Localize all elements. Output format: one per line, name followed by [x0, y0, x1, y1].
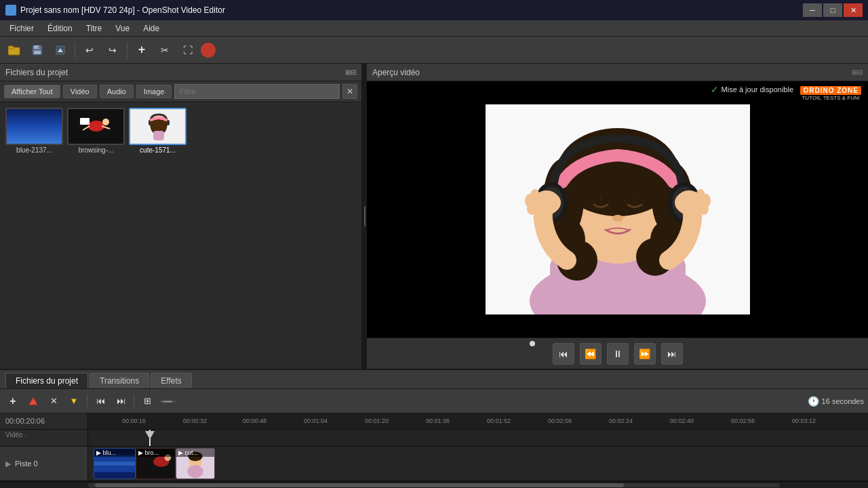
menu-aide[interactable]: Aide [136, 22, 166, 35]
menu-fichier[interactable]: Fichier [3, 22, 41, 35]
media-item-cute[interactable]: cute-1571... [129, 108, 186, 154]
playhead-area[interactable] [88, 430, 868, 446]
video-controls: ⏮ ⏪ ⏸ ⏩ ⏭ [367, 338, 868, 369]
track-expand-icon[interactable]: ▶ [5, 460, 11, 468]
filter-tab-image[interactable]: Image [136, 85, 172, 98]
watermark: ORDINO ZONE TUTOS, TESTS & FUN! [796, 84, 865, 103]
media-label-blue: blue-2137... [16, 146, 52, 154]
fast-forward-button[interactable]: ⏩ [634, 343, 656, 365]
timemark-5: 00:01:36 [426, 418, 450, 424]
toolbar-separator-2 [127, 42, 127, 58]
tl-add-button[interactable]: + [4, 393, 22, 409]
right-panel: Aperçu vidéo ⊞⊟ ✓ Mise à jour disponible… [367, 64, 868, 369]
right-panel-title: Aperçu vidéo [372, 68, 420, 77]
thumb-cute-visual [130, 109, 185, 144]
goto-start-button[interactable]: ⏮ [553, 343, 574, 365]
media-item-browsing[interactable]: browsing-... [67, 108, 125, 154]
panel-pin-icon: ⊞⊟ [345, 68, 356, 76]
zoom-control: 🕐 16 secondes [808, 396, 864, 407]
tab-effets[interactable]: Effets [151, 373, 191, 388]
clip-blue[interactable]: ▶ blu... [94, 448, 136, 479]
media-thumb-cute [129, 108, 186, 145]
maximize-button[interactable]: □ [823, 3, 842, 17]
timeline-content: 00:00:20:06 00:00:16 00:00:32 00:00:48 0… [0, 413, 868, 481]
redo-button[interactable]: ↪ [102, 41, 123, 60]
video-track-stub: Vidéo . [0, 431, 32, 439]
tab-fichiers-projet[interactable]: Fichiers du projet [5, 373, 88, 388]
thumb-blue-visual [7, 109, 62, 144]
video-content [441, 104, 794, 314]
update-banner: ✓ Mise à jour disponible [711, 84, 793, 95]
left-panel: Fichiers du projet ⊞⊟ Afficher Tout Vidé… [0, 64, 363, 369]
filter-tab-video[interactable]: Vidéo [63, 85, 97, 98]
clip-cute[interactable]: ▶ cut... [176, 448, 215, 479]
filter-input[interactable] [174, 84, 340, 99]
svg-rect-1 [8, 46, 14, 49]
svg-point-10 [102, 119, 109, 125]
menu-titre[interactable]: Titre [79, 22, 109, 35]
filter-tab-all[interactable]: Afficher Tout [4, 85, 60, 98]
media-label-browsing: browsing-... [79, 146, 114, 154]
track0-content[interactable]: ▶ blu... ▶ bro... [88, 447, 868, 481]
clip-cute-header: ▶ cut... [176, 449, 214, 457]
left-panel-title: Fichiers du projet [5, 68, 68, 77]
timemark-4: 00:01:20 [365, 418, 389, 424]
timeline-toolbar: + ✕ ▼ ⏮ ⏭ ⊞ 🕐 16 secondes [0, 389, 868, 413]
svg-point-55 [699, 203, 709, 215]
window-controls[interactable]: ─ □ ✕ [803, 3, 863, 17]
fullscreen-button[interactable]: ⛶ [178, 41, 198, 60]
upper-area: Fichiers du projet ⊞⊟ Afficher Tout Vidé… [0, 64, 868, 369]
goto-end-button[interactable]: ⏭ [661, 343, 683, 365]
minimize-button[interactable]: ─ [803, 3, 822, 17]
media-item-blue[interactable]: blue-2137... [5, 108, 63, 154]
timemark-7: 00:02:08 [548, 418, 572, 424]
clip-blue-header: ▶ blu... [94, 449, 135, 457]
right-panel-controls: ⊞⊟ [852, 68, 863, 76]
track0-row: ▶ Piste 0 ▶ blu... [0, 447, 868, 481]
menu-edition[interactable]: Édition [41, 22, 79, 35]
tl-scissors-button[interactable]: ✕ [45, 393, 62, 409]
tl-zoom-button[interactable] [159, 393, 176, 409]
track0-label: ▶ Piste 0 [0, 447, 88, 481]
tab-transitions[interactable]: Transitions [90, 373, 149, 388]
tl-goto-start-button[interactable]: ⏮ [92, 393, 109, 409]
scrollbar-track[interactable] [88, 483, 780, 487]
tl-arrow-down-button[interactable]: ▼ [65, 393, 83, 409]
svg-rect-4 [34, 51, 41, 54]
clip-browsing-header: ▶ bro... [136, 449, 175, 457]
tl-delete-button[interactable] [24, 393, 42, 409]
timecode-scale[interactable]: 00:00:16 00:00:32 00:00:48 00:01:04 00:0… [88, 413, 868, 429]
filter-icon-button[interactable]: ✕ [342, 84, 357, 99]
timeline-area: + ✕ ▼ ⏮ ⏭ ⊞ 🕐 16 secondes 00: [0, 389, 868, 488]
scrollbar-thumb[interactable] [95, 483, 624, 487]
tl-snap-button[interactable]: ⊞ [138, 393, 156, 409]
svg-rect-18 [153, 131, 164, 140]
panel-expand-icon: ⊞⊟ [852, 68, 863, 76]
export-button[interactable] [50, 41, 71, 60]
update-text: Mise à jour disponible [722, 85, 793, 94]
close-button[interactable]: ✕ [844, 3, 863, 17]
svg-rect-13 [80, 118, 90, 125]
playhead-left: Vidéo . [0, 430, 88, 446]
filter-tabs: Afficher Tout Vidéo Audio Image ✕ [0, 81, 361, 102]
right-panel-header: Aperçu vidéo ⊞⊟ [367, 64, 868, 81]
timemark-9: 00:02:40 [670, 418, 694, 424]
open-folder-button[interactable] [4, 41, 24, 60]
filter-tab-audio[interactable]: Audio [100, 85, 134, 98]
app-icon [5, 5, 16, 16]
clip-browsing[interactable]: ▶ bro... [136, 448, 176, 479]
save-button[interactable] [27, 41, 47, 60]
watermark-sub: TUTOS, TESTS & FUN! [802, 95, 860, 101]
rewind-button[interactable]: ⏪ [580, 343, 601, 365]
clip-button[interactable]: ✂ [155, 41, 175, 60]
svg-rect-5 [38, 46, 39, 48]
tl-goto-end-button[interactable]: ⏭ [112, 393, 130, 409]
pause-button[interactable]: ⏸ [607, 343, 629, 365]
playhead-triangle [145, 431, 155, 439]
media-label-cute: cute-1571... [140, 146, 176, 154]
add-button[interactable]: + [132, 41, 152, 60]
menu-vue[interactable]: Vue [108, 22, 136, 35]
undo-button[interactable]: ↩ [79, 41, 100, 60]
record-button[interactable] [201, 43, 216, 58]
svg-rect-20 [441, 104, 486, 314]
